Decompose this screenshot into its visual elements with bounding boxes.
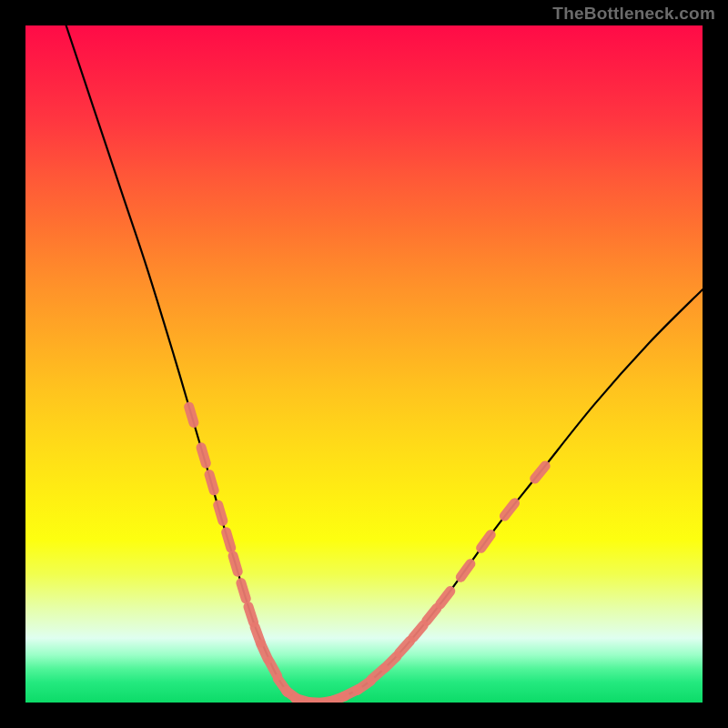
curve-marker [227,532,231,548]
curve-marker [481,535,491,549]
curve-marker [440,592,450,604]
curve-marker [460,564,470,578]
curve-marker [248,607,254,622]
curve-marker [261,644,268,659]
curve-marker [218,505,223,521]
curve-marker [201,448,206,463]
curve-marker [504,503,514,516]
bottleneck-curve [66,25,703,703]
curve-marker [535,466,545,479]
chart-frame: TheBottleneck.com [0,0,728,728]
curve-marker [385,656,397,668]
curve-marker [189,407,194,422]
curve-marker [209,475,214,490]
curve-marker [233,556,238,571]
watermark-text: TheBottleneck.com [552,4,715,24]
curve-marker [269,662,278,676]
curve-marker [427,608,437,621]
curve-marker [399,641,410,652]
curve-marker [413,625,424,638]
plot-area [25,25,703,703]
curve-svg [25,25,703,703]
curve-marker [241,583,246,599]
